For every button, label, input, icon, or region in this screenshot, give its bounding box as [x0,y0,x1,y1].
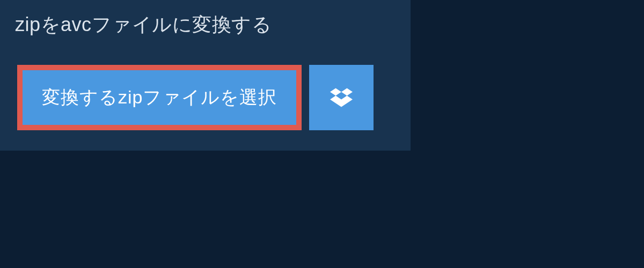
button-row: 変換するzipファイルを選択 [0,50,411,151]
select-file-button[interactable]: 変換するzipファイルを選択 [17,65,302,130]
page-title: zipをavcファイルに変換する [15,12,307,38]
heading-container: zipをavcファイルに変換する [0,0,322,50]
dropbox-icon [330,86,353,109]
converter-panel: zipをavcファイルに変換する 変換するzipファイルを選択 [0,0,411,151]
select-file-label: 変換するzipファイルを選択 [42,85,277,110]
dropbox-button[interactable] [309,65,374,130]
